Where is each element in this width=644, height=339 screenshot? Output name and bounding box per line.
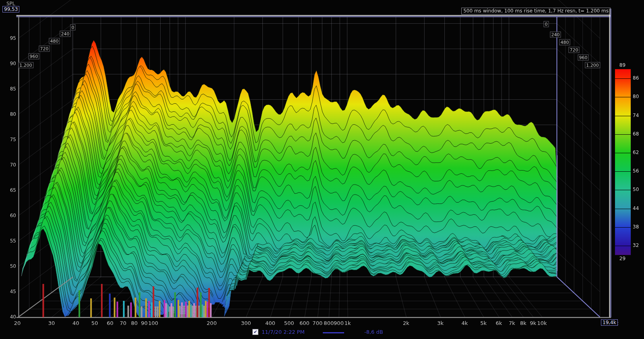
freq-tick-label: 4k [461, 321, 468, 326]
trace-color-swatch [323, 332, 344, 333]
freq-tick-label: 300 [241, 321, 251, 326]
freq-tick-label: 8k [520, 321, 526, 326]
measurement-offset-label: -8,6 dB [364, 329, 383, 335]
color-scale-tick-label: 80 [633, 94, 639, 99]
waterfall-window: SPL 99,53 500 ms window, 100 ms rise tim… [0, 0, 644, 339]
spl-tick-label: 55 [3, 238, 16, 244]
freq-tick-label: 200 [207, 321, 217, 326]
freq-tick-label: 7k [509, 321, 515, 326]
spl-tick-label: 70 [3, 162, 16, 168]
freq-tick-label: 800 [324, 321, 334, 326]
time-tick-label: 0 [544, 21, 549, 27]
color-scale-tick [615, 171, 631, 172]
spl-axis-max-readout: 99,53 [2, 6, 19, 12]
spl-tick-label: 95 [3, 35, 16, 41]
freq-tick-label: 500 [284, 321, 294, 326]
time-tick-label: 480 [559, 39, 570, 45]
freq-tick-label: 30 [48, 321, 55, 326]
measurement-name-label[interactable]: 11/7/20 2:22 PM [262, 329, 305, 335]
color-scale-tick [615, 134, 631, 135]
color-scale-tick-label: 32 [633, 242, 639, 248]
color-scale-max-label: 89 [615, 62, 630, 68]
measurement-visibility-checkbox[interactable]: ✔ [252, 329, 258, 335]
freq-tick-label: 3k [437, 321, 444, 326]
spl-tick-label: 45 [3, 289, 16, 294]
freq-tick-label: 40 [72, 321, 79, 326]
color-scale-tick [615, 246, 631, 246]
time-tick-label: 480 [49, 38, 60, 44]
freq-tick-label: 50 [91, 321, 98, 326]
color-scale-tick [615, 78, 631, 79]
color-scale-tick-label: 50 [633, 187, 639, 192]
spl-axis-title: SPL [6, 1, 15, 6]
color-scale-tick-label: 68 [633, 131, 639, 137]
spl-tick-label: 60 [3, 213, 16, 218]
measurement-legend: ✔ 11/7/20 2:22 PM -8,6 dB [0, 329, 644, 337]
time-tick-label: 0 [70, 25, 76, 31]
spl-tick-label: 85 [3, 86, 16, 92]
color-scale-tick-label: 74 [633, 113, 639, 118]
freq-tick-label: 80 [131, 321, 138, 326]
time-tick-label: 720 [39, 46, 50, 52]
spl-tick-label: 40 [3, 314, 16, 320]
time-tick-label: 240 [60, 31, 71, 37]
spl-tick-label: 65 [3, 187, 16, 193]
freq-tick-label: 100 [148, 321, 158, 326]
freq-tick-label: 10k [537, 321, 547, 326]
color-scale-tick-label: 38 [633, 224, 639, 230]
color-scale-tick [615, 190, 631, 190]
color-scale-tick [615, 97, 631, 97]
freq-tick-label: 70 [120, 321, 127, 326]
freq-tick-label: 60 [107, 321, 114, 326]
spl-color-scale [615, 69, 631, 255]
freq-tick-label: 20 [14, 321, 21, 326]
freq-tick-label: 700 [312, 321, 322, 326]
freq-tick-label: 2k [403, 321, 409, 326]
spl-tick-label: 75 [3, 137, 16, 142]
spl-tick-label: 50 [3, 263, 16, 269]
freq-tick-label: 900 [334, 321, 344, 326]
freq-tick-label: 400 [265, 321, 275, 326]
color-scale-tick [615, 227, 631, 228]
time-tick-label: 720 [569, 47, 580, 53]
time-tick-label: 960 [578, 55, 589, 61]
time-tick-label: 240 [550, 32, 561, 38]
color-scale-tick [615, 209, 631, 209]
time-tick-label: 1.200 [585, 62, 600, 68]
time-tick-label: 1.200 [18, 62, 33, 68]
freq-axis-end-readout: 19,4k [601, 319, 618, 326]
freq-tick-label: 600 [299, 321, 310, 326]
color-scale-tick [615, 153, 631, 153]
freq-tick-label: 1k [345, 321, 351, 326]
color-scale-min-label: 29 [615, 256, 630, 261]
time-tick-label: 960 [29, 53, 39, 60]
color-scale-tick-label: 56 [633, 168, 639, 174]
color-scale-tick-label: 86 [633, 75, 639, 81]
spl-tick-label: 80 [3, 111, 16, 117]
freq-tick-label: 5k [480, 321, 487, 326]
color-scale-tick [615, 116, 631, 116]
color-scale-tick-label: 62 [633, 150, 639, 155]
waterfall-plot-canvas [0, 0, 644, 339]
color-scale-tick-label: 44 [633, 205, 639, 211]
spl-tick-label: 90 [3, 61, 16, 66]
freq-tick-label: 90 [141, 321, 148, 326]
freq-tick-label: 6k [496, 321, 502, 326]
window-settings-readout: 500 ms window, 100 ms rise time, 1,7 Hz … [461, 8, 611, 14]
freq-tick-label: 9k [530, 321, 537, 326]
